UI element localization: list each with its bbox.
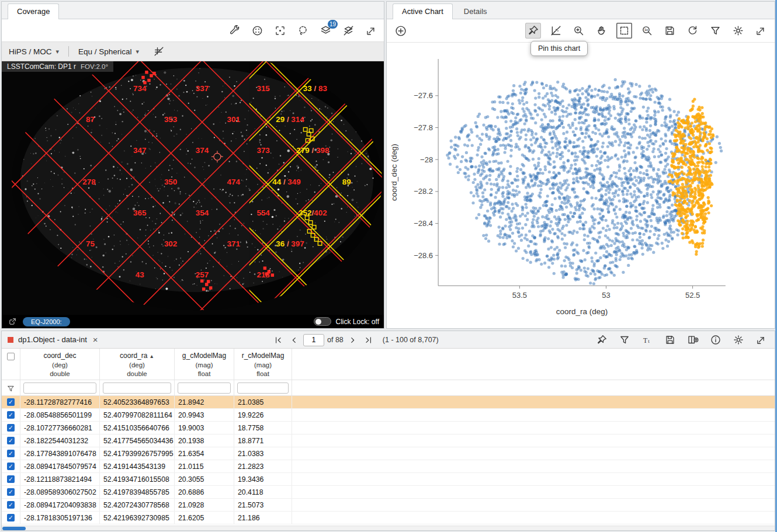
- top-row: Coverage 19 HiPS / MOC ▾ Equ / Spherical…: [0, 0, 775, 329]
- lasso-select-icon[interactable]: [295, 23, 311, 39]
- table-row[interactable]: ✓-28.08941720409383852.4207243077856821.…: [2, 499, 775, 512]
- table-row[interactable]: ✓-28.1781830519713652.4219639273098521.6…: [2, 512, 775, 524]
- hips-moc-dropdown[interactable]: HiPS / MOC ▾: [9, 47, 59, 56]
- svg-text:1x: 1x: [644, 28, 648, 32]
- zoom-original-icon[interactable]: 1x: [639, 23, 655, 39]
- tools-icon[interactable]: [227, 23, 242, 39]
- column-header-r_cModelMag[interactable]: r_cModelMag(mag)float: [234, 349, 292, 380]
- tab-coverage[interactable]: Coverage: [8, 4, 59, 19]
- filter-input-coord_dec[interactable]: [23, 383, 96, 394]
- overlays-visibility-icon[interactable]: [341, 23, 356, 39]
- projection-label: Equ / Spherical: [78, 47, 132, 56]
- filter-input-r_cModelMag[interactable]: [237, 383, 289, 394]
- svg-text:279 / 398: 279 / 398: [296, 146, 329, 155]
- readout-badge[interactable]: EQ-J2000:: [23, 317, 70, 326]
- settings-icon[interactable]: [730, 332, 746, 347]
- open-in-new-icon[interactable]: [6, 316, 18, 328]
- row-checkbox[interactable]: ✓: [7, 514, 15, 521]
- last-page-icon[interactable]: [362, 333, 375, 346]
- layers-icon[interactable]: 19: [318, 23, 334, 39]
- select-all-checkbox[interactable]: [7, 353, 15, 360]
- chevron-down-icon: ▾: [136, 48, 140, 55]
- table-row[interactable]: ✓-28.08958930602750252.4197839485578520.…: [2, 486, 775, 499]
- column-header-coord_ra[interactable]: coord_ra▲(deg)double: [100, 349, 175, 380]
- table-row[interactable]: ✓-28.1172878277741652.4052336489765321.8…: [2, 396, 775, 409]
- prev-page-icon[interactable]: [287, 333, 300, 346]
- table-row[interactable]: ✓-28.1211887382149452.4193471601550820.3…: [2, 473, 775, 486]
- filter-input-g_cModelMag[interactable]: [178, 383, 231, 394]
- column-header-g_cModelMag[interactable]: g_cModelMag(mag)float: [175, 349, 234, 380]
- cell-coord_ra: 52.417939926757995: [100, 447, 175, 460]
- row-checkbox[interactable]: ✓: [7, 411, 15, 419]
- combine-off-icon[interactable]: [548, 23, 564, 39]
- filter-icon[interactable]: [707, 23, 723, 39]
- select-area-icon[interactable]: [616, 23, 632, 39]
- filter-input-coord_ra[interactable]: [103, 383, 171, 394]
- cell-r_cModelMag: 18.7758: [234, 422, 292, 434]
- svg-text:350: 350: [164, 178, 177, 186]
- close-table-icon[interactable]: ×: [93, 335, 98, 345]
- save-icon[interactable]: [662, 332, 678, 347]
- svg-text:301: 301: [227, 115, 241, 124]
- coverage-image[interactable]: 73433731533 / 838735330129 / 31434737437…: [2, 61, 384, 328]
- expand-icon[interactable]: [753, 23, 769, 39]
- column-header-coord_dec[interactable]: coord_dec(deg)double: [20, 349, 100, 380]
- restore-icon[interactable]: [685, 23, 700, 39]
- scrollbar-thumb[interactable]: [2, 527, 26, 530]
- cell-g_cModelMag: 21.0928: [175, 499, 234, 511]
- row-checkbox[interactable]: ✓: [7, 424, 15, 432]
- row-checkbox[interactable]: ✓: [7, 398, 15, 406]
- table-titlebar: dp1.Object - data-int × of 88 (1 - 100 o…: [2, 331, 775, 349]
- coverage-map[interactable]: 73433731533 / 838735330129 / 31434737437…: [2, 61, 384, 328]
- next-page-icon[interactable]: [346, 333, 359, 346]
- row-checkbox[interactable]: ✓: [7, 450, 15, 457]
- pin-icon[interactable]: [594, 332, 609, 347]
- table-panel: dp1.Object - data-int × of 88 (1 - 100 o…: [1, 331, 775, 531]
- grid-visibility-icon[interactable]: [151, 44, 166, 60]
- cell-g_cModelMag: 21.6205: [175, 512, 234, 524]
- table-title[interactable]: dp1.Object - data-int: [18, 335, 87, 344]
- save-icon[interactable]: [662, 23, 678, 39]
- chart-area[interactable]: 53.55352.5−27.6−27.8−28−28.2−28.4−28.6co…: [387, 43, 775, 328]
- pan-icon[interactable]: [594, 23, 609, 39]
- tab-active-chart[interactable]: Active Chart: [393, 4, 453, 19]
- row-checkbox[interactable]: ✓: [7, 475, 15, 483]
- expand-icon[interactable]: [363, 23, 379, 39]
- svg-text:352/402: 352/402: [299, 208, 327, 217]
- projection-dropdown[interactable]: Equ / Spherical ▾: [78, 47, 139, 56]
- pin-icon[interactable]: [525, 23, 541, 39]
- coverage-panel: Coverage 19 HiPS / MOC ▾ Equ / Spherical…: [1, 1, 384, 329]
- click-lock-toggle[interactable]: [314, 317, 331, 326]
- row-checkbox[interactable]: ✓: [7, 437, 15, 444]
- row-checkbox[interactable]: ✓: [7, 488, 15, 496]
- page-input[interactable]: [303, 334, 324, 346]
- chart-panel: Active Chart Details 1x Pin this chart 5…: [386, 1, 775, 329]
- cell-coord_dec: -28.08548856501199: [20, 409, 100, 421]
- cell-g_cModelMag: 19.9003: [175, 422, 234, 434]
- table-row[interactable]: ✓-28.0854885650119952.40799708281116420.…: [2, 409, 775, 422]
- table-row[interactable]: ✓-28.182254403123252.41775456503443620.1…: [2, 434, 775, 447]
- chevron-down-icon: ▾: [56, 48, 60, 55]
- cell-g_cModelMag: 20.9943: [175, 409, 234, 421]
- scatter-chart[interactable]: 53.55352.5−27.6−27.8−28−28.2−28.4−28.6co…: [387, 43, 775, 328]
- row-checkbox[interactable]: ✓: [7, 463, 15, 470]
- text-options-icon[interactable]: Tt: [639, 332, 655, 347]
- expand-icon[interactable]: [753, 332, 769, 347]
- tab-details[interactable]: Details: [455, 4, 497, 19]
- table-row[interactable]: ✓-28.08941784507957452.419144354313921.0…: [2, 460, 775, 473]
- svg-text:347: 347: [133, 146, 146, 155]
- filter-icon[interactable]: [6, 384, 15, 395]
- color-palette-icon[interactable]: [249, 23, 265, 39]
- first-page-icon[interactable]: [272, 333, 285, 346]
- filter-icon[interactable]: [616, 332, 632, 347]
- recenter-icon[interactable]: [272, 23, 288, 39]
- info-icon[interactable]: [707, 332, 723, 347]
- settings-icon[interactable]: [730, 23, 746, 39]
- add-column-icon[interactable]: [685, 332, 700, 347]
- table-row[interactable]: ✓-28.17784389107647852.41793992675799521…: [2, 447, 775, 460]
- add-chart-icon[interactable]: [393, 23, 408, 39]
- horizontal-scrollbar[interactable]: [2, 526, 775, 530]
- table-row[interactable]: ✓-28.1072773666028152.4151035664076619.9…: [2, 422, 775, 434]
- row-checkbox[interactable]: ✓: [7, 501, 15, 509]
- zoom-in-icon[interactable]: [571, 23, 587, 39]
